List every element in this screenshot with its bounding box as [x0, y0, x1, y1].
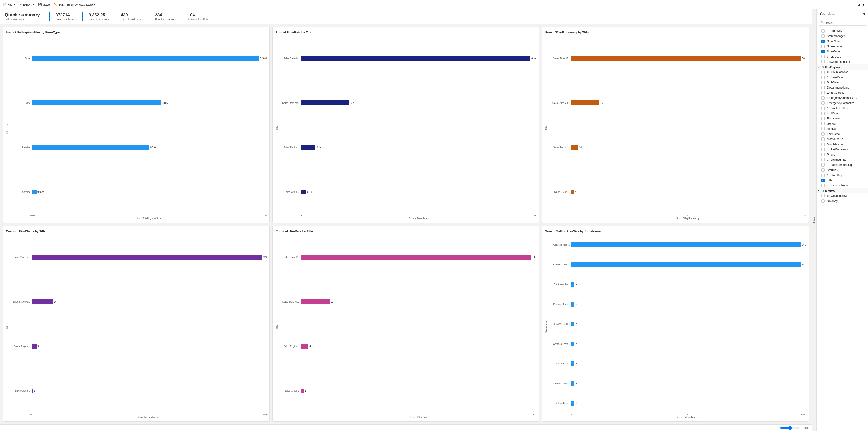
panel-list-item[interactable]: ΣStoreKey — [817, 28, 868, 33]
file-menu[interactable]: 📄 File ▼ — [3, 3, 16, 6]
panel-list-item[interactable]: Phone — [817, 152, 868, 157]
panel-list-item[interactable]: DateKey — [817, 198, 868, 204]
export-icon: ↗ — [19, 3, 22, 6]
panel-list-item[interactable]: DepartmentName — [817, 85, 868, 90]
panel-item-checkbox[interactable] — [822, 45, 825, 48]
panel-item-checkbox[interactable] — [822, 137, 825, 141]
window-restore-icon[interactable]: ⧉ — [858, 3, 860, 6]
panel-list-item[interactable]: LastName — [817, 131, 868, 136]
panel-item-checkbox[interactable] — [822, 168, 825, 172]
panel-list-item[interactable]: StoreType — [817, 49, 868, 54]
panel-list-item[interactable]: FirstName — [817, 116, 868, 121]
panel-item-checkbox[interactable] — [822, 76, 825, 79]
panel-item-checkbox[interactable] — [822, 153, 825, 156]
file-icon: 📄 — [3, 3, 6, 6]
panel-list-item[interactable]: ΣPayFrequency — [817, 147, 868, 152]
zoom-in-icon[interactable]: + — [800, 427, 801, 429]
panel-item-checkbox[interactable] — [822, 148, 825, 151]
kpi-item: 8,352.25Sum of BaseRate — [83, 12, 115, 21]
panel-list-item[interactable]: ΣSalariedFlag — [817, 157, 868, 162]
sigma-icon: Σ — [827, 107, 828, 110]
zoom-slider[interactable] — [780, 426, 799, 430]
panel-item-checkbox[interactable] — [822, 55, 825, 58]
panel-item-checkbox[interactable] — [822, 96, 825, 99]
panel-item-checkbox[interactable] — [822, 70, 825, 74]
panel-item-checkbox[interactable] — [822, 163, 825, 166]
panel-list-item[interactable]: Title — [817, 178, 868, 183]
panel-item-checkbox[interactable] — [822, 117, 825, 120]
panel-item-checkbox[interactable] — [822, 158, 825, 161]
panel-item-checkbox[interactable] — [822, 60, 825, 63]
panel-list-item[interactable]: EmergencyContactNa... — [817, 95, 868, 100]
panel-list-item[interactable]: ΣBaseRate — [817, 75, 868, 80]
panel-item-checkbox[interactable] — [822, 34, 825, 38]
panel-list-item[interactable]: MiddleName — [817, 142, 868, 147]
panel-item-checkbox[interactable] — [822, 184, 825, 187]
panel-item-checkbox[interactable] — [822, 127, 825, 130]
panel-item-checkbox[interactable] — [822, 86, 825, 89]
panel-item-checkbox[interactable] — [822, 174, 825, 177]
panel-item-checkbox[interactable] — [822, 112, 825, 115]
panel-item-checkbox[interactable] — [822, 122, 825, 125]
panel-list-item[interactable]: MaritalStatus — [817, 136, 868, 142]
bar-row: Contoso Burli...1K — [549, 401, 806, 406]
panel-section-header[interactable]: ▼⊞DimEmployee — [817, 64, 868, 69]
panel-list-item[interactable]: StorePhone — [817, 44, 868, 49]
panel-list-item[interactable]: ZipCodeExtension — [817, 59, 868, 64]
window-expand-icon[interactable]: ▼ — [862, 3, 865, 6]
panel-list-item[interactable]: EndDate — [817, 111, 868, 116]
panel-list-item[interactable]: ΣEmployeeKey — [817, 105, 868, 111]
zoom-control[interactable]: − + 128% — [778, 426, 809, 430]
panel-list-item[interactable]: ⊞Count of rows — [817, 193, 868, 198]
panel-item-checkbox[interactable] — [822, 194, 825, 197]
panel-list: ΣStoreKeyStoreManagerStoreNameStorePhone… — [817, 27, 868, 431]
bar-row: Sales Group ...2 — [549, 190, 806, 194]
y-axis-label: Title — [275, 36, 278, 220]
panel-list-item[interactable]: StoreName — [817, 39, 868, 44]
panel-list-item[interactable]: BirthDate — [817, 80, 868, 85]
panel-list-item[interactable]: StoreManager — [817, 33, 868, 39]
panel-collapse-icon[interactable]: ◀ — [863, 12, 865, 16]
export-button[interactable]: ↗ Export ▼ — [19, 3, 35, 6]
show-data-table-button[interactable]: ⊞ Show data table ▼ — [67, 3, 96, 6]
panel-list-item[interactable]: ΣZipCode — [817, 54, 868, 59]
edit-button[interactable]: ✏️ Edit — [54, 3, 63, 6]
expand-icon[interactable]: ▼ — [818, 66, 820, 68]
chart-chart2: Sum of BaseRate by TitleTitleSales Store… — [272, 27, 539, 223]
expand-icon[interactable]: ▼ — [818, 190, 820, 192]
filters-tab[interactable]: Filters — [812, 9, 816, 431]
bar-row: Catalog0.00M — [9, 190, 267, 194]
panel-item-checkbox[interactable] — [822, 143, 825, 146]
panel-item-checkbox[interactable] — [822, 132, 825, 135]
bar-row: Online0.10M — [9, 100, 267, 105]
panel-list-item[interactable]: EmergencyContactPh... — [817, 100, 868, 105]
panel-item-checkbox[interactable] — [822, 179, 825, 182]
search-input[interactable] — [818, 20, 866, 26]
bar-row: Sales Region ...10 — [549, 145, 806, 150]
y-axis-label: Title — [545, 36, 548, 220]
panel-list-item[interactable]: HireDate — [817, 126, 868, 131]
panel-item-checkbox[interactable] — [822, 50, 825, 53]
panel-item-checkbox[interactable] — [822, 29, 825, 33]
chart-title: Count of HireDate by Title — [275, 229, 536, 233]
summary-title-block: Quick summary SalesLakehouse — [5, 12, 40, 21]
panel-item-checkbox[interactable] — [822, 39, 825, 43]
panel-list-item[interactable]: ΣSalesPersonFlag — [817, 162, 868, 167]
panel-item-checkbox[interactable] — [822, 91, 825, 94]
save-button[interactable]: 💾 Save — [38, 3, 50, 6]
panel-item-checkbox[interactable] — [822, 199, 825, 203]
table-chevron-icon: ▼ — [94, 3, 96, 6]
kpi-items: 372714Sum of SellingAr...8,352.25Sum of … — [49, 12, 214, 21]
panel-item-checkbox[interactable] — [822, 106, 825, 110]
panel-list-item[interactable]: ΣStoreKey — [817, 173, 868, 178]
panel-item-checkbox[interactable] — [822, 101, 825, 105]
panel-list-item[interactable]: ⊞Count of rows — [817, 69, 868, 75]
panel-list-item[interactable]: EmailAddress — [817, 90, 868, 95]
panel-list-item[interactable]: ΣVacationHours — [817, 183, 868, 188]
panel-list-item[interactable]: Gender — [817, 121, 868, 126]
panel-list-item[interactable]: StartDate — [817, 167, 868, 173]
zoom-out-icon[interactable]: − — [778, 427, 779, 429]
panel-item-checkbox[interactable] — [822, 81, 825, 84]
panel-section-header[interactable]: ▼⊞DimDate — [817, 188, 868, 193]
table-icon: ⊞ — [827, 71, 829, 74]
